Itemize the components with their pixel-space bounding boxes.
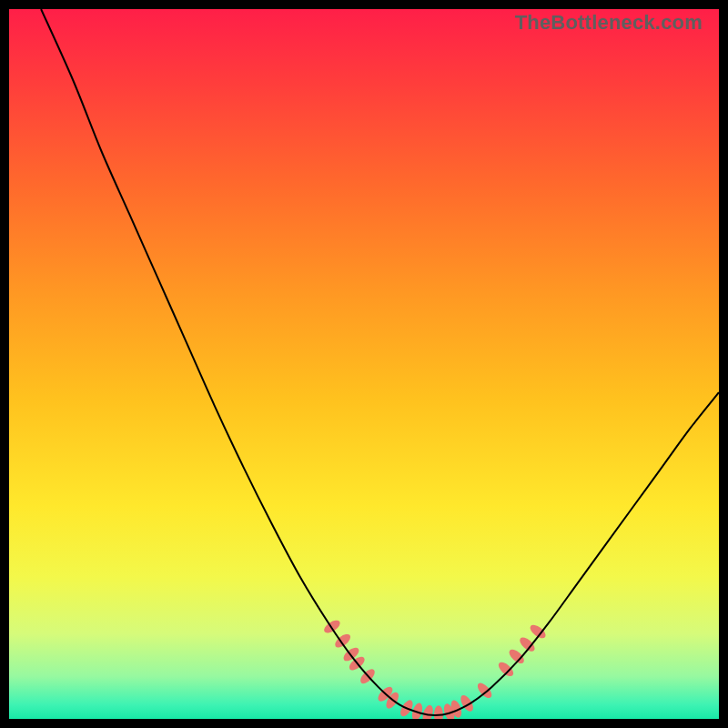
- gradient-background: [9, 9, 719, 719]
- chart-frame: TheBottleneck.com: [9, 9, 719, 719]
- chart-canvas: [9, 9, 719, 719]
- watermark-label: TheBottleneck.com: [515, 11, 703, 35]
